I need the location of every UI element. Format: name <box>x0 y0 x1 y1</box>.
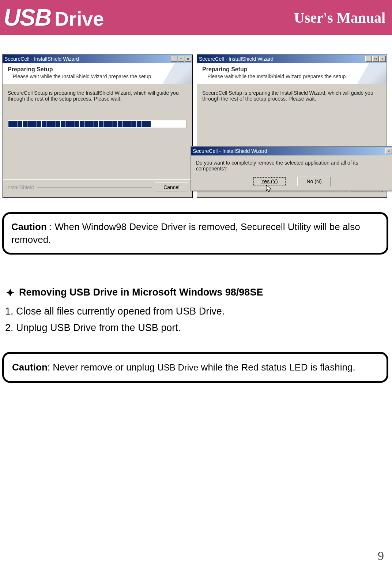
logo-drive-text: Drive <box>54 7 104 30</box>
footer-divider <box>37 187 152 188</box>
caution-label: Caution <box>12 362 48 373</box>
caution-text: : When Window98 Device Driver is removed… <box>11 221 360 245</box>
titlebar: SecureCell - InstallShield Wizard _ □ × <box>3 54 192 63</box>
logo-usb-text: USB <box>4 4 51 31</box>
dialog-titlebar-buttons: × <box>385 148 392 154</box>
close-button[interactable]: × <box>185 56 191 62</box>
window-title: SecureCell - InstallShield Wizard <box>4 56 79 62</box>
window-title: SecureCell - InstallShield Wizard <box>199 56 274 62</box>
section-title-row: Removing USB Drive in Microsoft Windows … <box>5 287 387 298</box>
progress-bar <box>8 120 187 128</box>
minimize-button[interactable]: _ <box>171 56 177 62</box>
window-body: SecureCell Setup is preparing the Instal… <box>3 84 192 179</box>
caution-post: while the Red status LED is flashing. <box>198 362 355 373</box>
step-2: 2. Unplug USB Drive from the USB port. <box>5 321 387 334</box>
caution-label: Caution <box>11 221 47 232</box>
window-header: Preparing Setup Please wait while the In… <box>3 63 192 84</box>
dialog-titlebar: SecureCell - InstallShield Wizard × <box>191 147 392 155</box>
minimize-button[interactable]: _ <box>365 56 372 62</box>
body-text: SecureCell Setup is preparing the Instal… <box>202 90 381 102</box>
window-header-title: Preparing Setup <box>202 66 381 73</box>
maximize-button[interactable]: □ <box>372 56 379 62</box>
caution-usb-inline: USB Drive <box>157 362 198 372</box>
window-header: Preparing Setup Please wait while the In… <box>197 63 387 84</box>
dialog-title: SecureCell - InstallShield Wizard <box>193 148 267 154</box>
caution-pre: : Never remove or unplug <box>48 362 158 373</box>
section-title: Removing USB Drive in Microsoft Windows … <box>19 287 263 298</box>
header-bar: USB Drive User's Manual <box>0 0 392 35</box>
header-title: User's Manual <box>294 9 385 26</box>
body-text: SecureCell Setup is preparing the Instal… <box>8 90 187 102</box>
window-header-subtitle: Please wait while the InstallShield Wiza… <box>8 74 187 79</box>
window-body: SecureCell Setup is preparing the Instal… <box>197 84 387 179</box>
logo: USB Drive <box>4 4 104 31</box>
titlebar-buttons: _ □ × <box>365 56 386 62</box>
step-1: 1. Close all files currently opened from… <box>5 305 387 318</box>
maximize-button[interactable]: □ <box>178 56 184 62</box>
titlebar: SecureCell - InstallShield Wizard _ □ × <box>197 54 387 63</box>
dialog-message: Do you want to completely remove the sel… <box>191 155 392 174</box>
page-number: 9 <box>378 549 384 563</box>
window-header-title: Preparing Setup <box>8 66 187 73</box>
confirm-dialog: SecureCell - InstallShield Wizard × Do y… <box>191 146 392 191</box>
titlebar-buttons: _ □ × <box>171 56 191 62</box>
close-button[interactable]: × <box>379 56 386 62</box>
caution-box-1: Caution : When Window98 Device Driver is… <box>2 212 388 255</box>
caution-box-2: Caution: Never remove or unplug USB Driv… <box>2 352 388 383</box>
installer-window-right: SecureCell - InstallShield Wizard _ □ × … <box>197 54 387 198</box>
window-footer: InstallShield Cancel <box>3 179 192 197</box>
section-removing-usb: Removing USB Drive in Microsoft Windows … <box>5 287 387 334</box>
cancel-button[interactable]: Cancel <box>155 183 188 192</box>
screenshots-row: SecureCell - InstallShield Wizard _ □ × … <box>0 35 392 203</box>
close-button[interactable]: × <box>385 148 392 154</box>
installer-window-left: SecureCell - InstallShield Wizard _ □ × … <box>2 54 192 198</box>
no-button[interactable]: No (N) <box>297 177 331 186</box>
footer-brand: InstallShield <box>6 184 34 190</box>
dialog-buttons: Yes (Y) No (N) <box>191 174 392 191</box>
window-header-subtitle: Please wait while the InstallShield Wiza… <box>202 74 381 79</box>
plus-bullet-icon <box>5 287 15 298</box>
